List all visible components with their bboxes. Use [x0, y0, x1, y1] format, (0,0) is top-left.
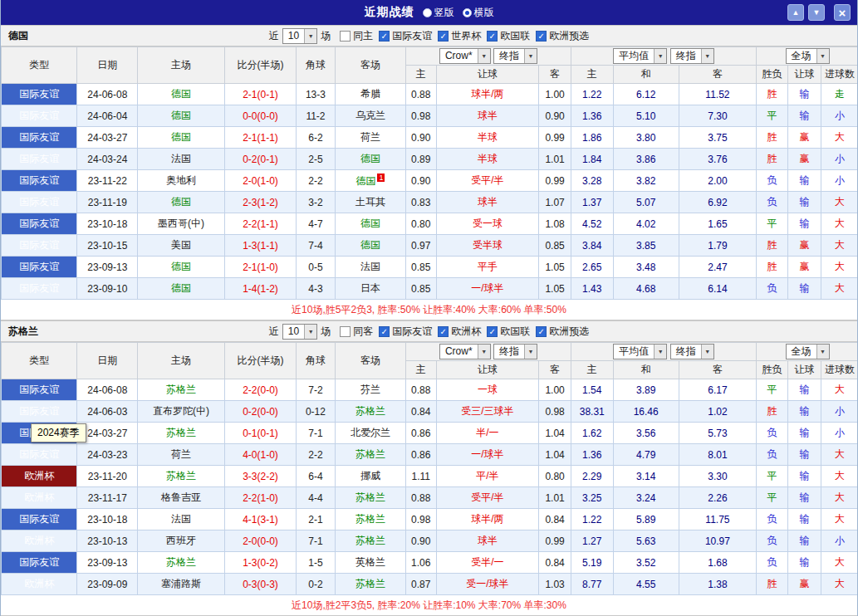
checkbox-checked-icon[interactable]: ✓ [487, 326, 498, 337]
goals-outcome: 大 [821, 509, 858, 530]
filter-checkbox-国际友谊[interactable]: ✓国际友谊 [379, 29, 432, 43]
corners: 1-5 [297, 552, 336, 574]
checkbox-checked-icon[interactable]: ✓ [379, 31, 390, 42]
avg-away: 1.02 [679, 401, 756, 423]
avg-draw: 3.86 [613, 149, 679, 170]
checkbox-unchecked-icon[interactable] [340, 31, 351, 42]
radio-icon[interactable] [463, 8, 472, 17]
odds-away: 1.01 [539, 149, 571, 170]
filter-checkbox-欧洲预选[interactable]: ✓欧洲预选 [536, 325, 589, 339]
home-team: 法国 [138, 149, 225, 170]
away-team: 芬兰 [335, 379, 405, 401]
scope-dropdown[interactable]: 全场▼ [786, 344, 830, 359]
odds-away: 0.85 [539, 235, 571, 257]
filter-checkbox-同主[interactable]: 同主 [340, 29, 373, 43]
col-date: 日期 [77, 47, 138, 84]
handicap-line: 球半 [436, 105, 539, 127]
away-team: 北爱尔兰 [335, 423, 405, 444]
result-outcome: 胜 [757, 127, 788, 149]
score-halftime: 4-1(3-1) [224, 509, 296, 530]
corners: 6-2 [297, 127, 336, 149]
scroll-down-button[interactable]: ▼ [808, 4, 825, 21]
average-dropdown[interactable]: 平均值▼ [613, 48, 667, 64]
close-button[interactable]: × [834, 4, 851, 21]
odds-away: 1.05 [539, 278, 571, 300]
avg-home: 1.22 [571, 509, 613, 530]
match-date: 23-09-13 [77, 257, 138, 278]
home-team: 墨西哥(中) [138, 213, 225, 235]
home-team: 德国 [138, 278, 225, 300]
odds-company-dropdown[interactable]: Crow*▼ [439, 344, 491, 359]
col-away: 客场 [335, 343, 405, 379]
home-team: 直布罗陀(中) [138, 401, 225, 423]
handicap-outcome: 赢 [787, 257, 821, 278]
checkbox-checked-icon[interactable]: ✓ [487, 31, 498, 42]
section-header-germany: 德国 近 10 ▼ 场 同主✓国际友谊✓世界杯✓欧国联✓欧洲预选 [1, 25, 857, 46]
match-count-dropdown[interactable]: 10 ▼ [282, 28, 317, 44]
scroll-up-button[interactable]: ▲ [787, 4, 804, 21]
filter-checkbox-欧洲预选[interactable]: ✓欧洲预选 [536, 29, 589, 43]
match-type: 国际友谊 [2, 105, 77, 127]
filter-checkbox-国际友谊[interactable]: ✓国际友谊 [379, 325, 432, 339]
filter-checkbox-欧洲杯[interactable]: ✓欧洲杯 [438, 325, 481, 339]
match-type: 欧洲杯 [2, 466, 77, 487]
checkbox-unchecked-icon[interactable] [340, 326, 351, 337]
corners: 4-4 [297, 487, 336, 509]
handicap-outcome: 输 [787, 509, 821, 530]
handicap-outcome: 输 [787, 423, 821, 444]
match-date: 24-03-24 [77, 149, 138, 170]
avg-home: 1.36 [571, 444, 613, 466]
match-type: 国际友谊 [2, 401, 77, 423]
odds-final-dropdown[interactable]: 终指▼ [493, 48, 537, 64]
handicap-line: 受半球 [436, 235, 539, 257]
goals-outcome: 大 [821, 213, 858, 235]
score-halftime: 1-3(1-1) [224, 235, 296, 257]
avg-away: 11.52 [679, 84, 756, 105]
checkbox-checked-icon[interactable]: ✓ [379, 326, 390, 337]
checkbox-label: 国际友谊 [392, 29, 432, 43]
score-halftime: 0-2(0-1) [224, 149, 296, 170]
match-date: 24-06-03 [77, 401, 138, 423]
avg-final-dropdown[interactable]: 终指▼ [670, 344, 714, 359]
match-date: 24-03-23 [77, 444, 138, 466]
radio-icon[interactable] [423, 8, 432, 17]
home-team: 德国 [138, 192, 225, 213]
layout-radio-vertical[interactable]: 竖版 [423, 6, 454, 20]
match-date: 24-03-27 [77, 127, 138, 149]
handicap-line: 受一球 [436, 213, 539, 235]
checkbox-checked-icon[interactable]: ✓ [438, 31, 449, 42]
average-dropdown[interactable]: 平均值▼ [613, 344, 667, 359]
col-away: 客场 [335, 47, 405, 84]
filter-checkbox-世界杯[interactable]: ✓世界杯 [438, 29, 481, 43]
away-team: 德国 [335, 213, 405, 235]
result-outcome: 负 [757, 278, 788, 300]
near-label: 近 [269, 325, 279, 339]
match-count-dropdown[interactable]: 10 ▼ [282, 324, 317, 340]
match-row: 国际友谊24-03-27德国2-1(1-1)6-2荷兰0.90半球0.991.8… [2, 127, 858, 149]
match-type: 欧洲杯 [2, 487, 77, 509]
avg-draw: 3.52 [613, 552, 679, 574]
checkbox-checked-icon[interactable]: ✓ [536, 31, 547, 42]
checkbox-checked-icon[interactable]: ✓ [536, 326, 547, 337]
col-goals: 进球数 [821, 66, 858, 84]
odds-home: 0.90 [406, 530, 437, 552]
col-result: 胜负 [757, 361, 788, 379]
avg-home: 3.28 [571, 170, 613, 192]
avg-final-dropdown[interactable]: 终指▼ [670, 48, 714, 64]
odds-final-dropdown[interactable]: 终指▼ [493, 344, 537, 359]
filter-checkbox-同客[interactable]: 同客 [340, 325, 373, 339]
avg-draw: 4.02 [613, 213, 679, 235]
corners: 0-2 [297, 574, 336, 595]
checkbox-label: 欧洲预选 [549, 29, 589, 43]
layout-radio-horizontal[interactable]: 横版 [463, 6, 494, 20]
avg-home: 1.37 [571, 192, 613, 213]
goals-outcome: 小 [821, 530, 858, 552]
scope-dropdown[interactable]: 全场▼ [786, 48, 830, 64]
odds-company-dropdown[interactable]: Crow*▼ [439, 48, 491, 64]
odds-away: 0.98 [539, 401, 571, 423]
checkbox-checked-icon[interactable]: ✓ [438, 326, 449, 337]
col-type: 类型 [2, 343, 77, 379]
filter-checkbox-欧国联[interactable]: ✓欧国联 [487, 29, 530, 43]
filter-checkbox-欧国联[interactable]: ✓欧国联 [487, 325, 530, 339]
handicap-line: 一/球半 [436, 278, 539, 300]
